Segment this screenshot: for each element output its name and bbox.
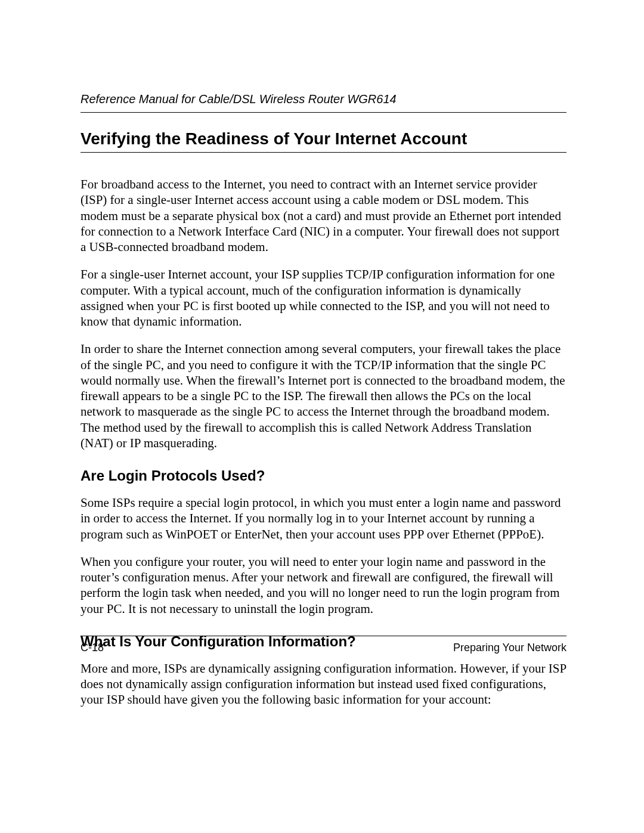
spacer	[80, 156, 566, 176]
body-paragraph: When you configure your router, you will…	[80, 554, 566, 617]
section-heading: Verifying the Readiness of Your Internet…	[80, 129, 566, 153]
footer-section-label: Preparing Your Network	[453, 642, 566, 654]
body-paragraph: For a single-user Internet account, your…	[80, 267, 566, 329]
footer-rule	[80, 636, 566, 636]
document-page: Reference Manual for Cable/DSL Wireless …	[0, 0, 644, 833]
page-footer: C-18 Preparing Your Network	[80, 642, 566, 654]
body-paragraph: In order to share the Internet connectio…	[80, 341, 566, 451]
body-paragraph: Some ISPs require a special login protoc…	[80, 495, 566, 542]
subsection-heading: Are Login Protocols Used?	[80, 467, 566, 484]
body-paragraph: For broadband access to the Internet, yo…	[80, 176, 566, 255]
body-paragraph: More and more, ISPs are dynamically assi…	[80, 661, 566, 708]
page-number: C-18	[80, 642, 104, 654]
running-header: Reference Manual for Cable/DSL Wireless …	[80, 92, 566, 113]
